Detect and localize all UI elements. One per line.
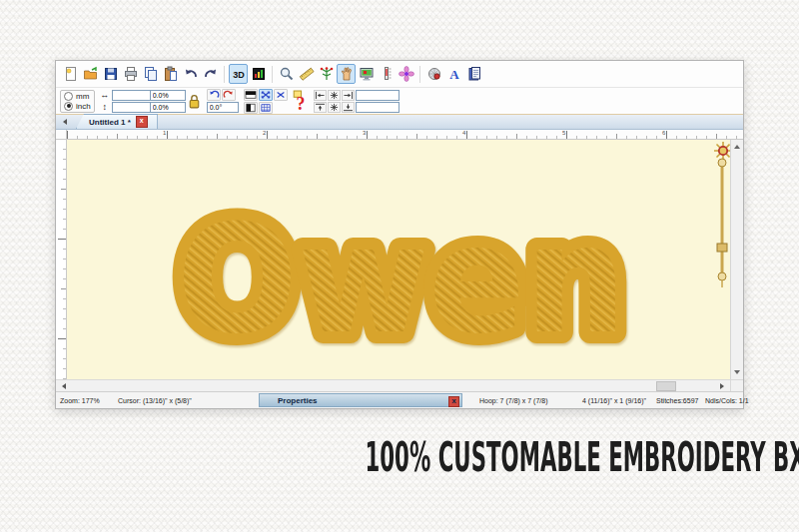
width-input[interactable] — [112, 90, 152, 101]
toolbar-separator — [272, 66, 273, 83]
design-canvas[interactable]: Owen N — [67, 140, 730, 379]
angle-input[interactable] — [207, 102, 239, 113]
stitch-chart-icon — [251, 66, 267, 82]
ruler-number: 2 — [263, 130, 266, 136]
lettering-button[interactable]: A — [444, 64, 463, 84]
design-web-icon — [426, 66, 442, 82]
grid-toggle-button[interactable] — [259, 102, 273, 114]
main-toolbar: 3DA — [56, 61, 743, 88]
tab-untitled-1[interactable]: Untitled 1 * x — [76, 114, 158, 129]
align-top-icon — [315, 103, 326, 112]
hand-pan-icon — [339, 66, 355, 82]
new-document-button[interactable] — [61, 64, 80, 84]
align-v-input[interactable] — [356, 102, 400, 113]
hand-pan-button[interactable] — [337, 64, 356, 84]
units-group: mminch — [60, 90, 95, 113]
rotate-right-button[interactable] — [222, 89, 236, 101]
tab-scroll-left-button[interactable] — [56, 115, 70, 129]
save-icon — [103, 66, 119, 82]
lock-aspect-button[interactable] — [187, 93, 202, 110]
align-right-icon — [343, 91, 354, 100]
stitch-chart-button[interactable] — [249, 64, 268, 84]
align-top-button[interactable] — [314, 102, 327, 113]
scale-group: ↔ ↕ — [100, 90, 182, 113]
ruler-scale: 123456 — [67, 130, 743, 139]
scroll-thumb[interactable] — [656, 381, 676, 391]
scroll-right-icon — [720, 383, 727, 389]
ruler-corner — [56, 130, 67, 139]
svg-text:?: ? — [296, 93, 305, 112]
status-zoom: Zoom: 177% — [60, 397, 100, 404]
copy-button[interactable] — [141, 64, 160, 84]
properties-close-button[interactable]: x — [448, 396, 459, 407]
floral-icon — [399, 66, 414, 82]
slider-handle[interactable] — [717, 244, 727, 252]
height-percent-input[interactable] — [150, 102, 186, 113]
monitor-button[interactable] — [357, 64, 376, 84]
align-center-v-button[interactable] — [328, 102, 341, 113]
status-stitches: Stitches:6597 — [656, 397, 698, 404]
fit-hoop-icon — [275, 90, 287, 100]
density-icon — [319, 66, 335, 82]
floral-button[interactable] — [397, 64, 415, 84]
scroll-track[interactable] — [69, 380, 717, 391]
copy-icon — [143, 66, 159, 82]
open-folder-button[interactable] — [81, 64, 100, 84]
scroll-left-button[interactable] — [56, 380, 69, 391]
lettering-icon: A — [446, 66, 462, 82]
save-button[interactable] — [101, 64, 120, 84]
redo-button[interactable] — [201, 64, 220, 84]
design-web-button[interactable] — [424, 64, 443, 84]
status-size: 4 (11/16)" x 1 (9/16)" — [582, 397, 646, 404]
unit-mm-radio[interactable]: mm — [64, 92, 91, 101]
sequence-view-icon — [245, 90, 257, 100]
density-button[interactable] — [317, 64, 336, 84]
align-center-h-button[interactable] — [328, 90, 341, 101]
unit-inch-radio[interactable]: inch — [64, 102, 91, 111]
align-h-input[interactable] — [356, 90, 400, 101]
app-window: 3DA mminch ↔ ↕ — [55, 60, 744, 409]
scroll-right-button[interactable] — [717, 380, 730, 391]
horizontal-scrollbar[interactable] — [56, 379, 743, 391]
zoom-icon — [279, 66, 295, 82]
width-percent-input[interactable] — [150, 90, 186, 101]
center-design-button[interactable] — [259, 89, 273, 101]
measure-icon — [299, 66, 315, 82]
zoom-button[interactable] — [277, 64, 296, 84]
tab-bar: Untitled 1 * x — [56, 115, 743, 130]
align-left-button[interactable] — [314, 90, 327, 101]
align-right-button[interactable] — [342, 90, 355, 101]
help-button[interactable]: ? — [293, 89, 309, 113]
embroidery-design[interactable]: Owen — [67, 140, 730, 379]
measure-button[interactable] — [297, 64, 316, 84]
design-text-owen[interactable]: Owen — [177, 193, 626, 366]
threed-view-button[interactable]: 3D — [229, 64, 248, 84]
monitor-icon — [359, 66, 375, 82]
scale-slider[interactable] — [714, 156, 730, 289]
ruler-number: 6 — [662, 130, 665, 136]
threed-view-icon: 3D — [231, 66, 247, 82]
contrast-view-button[interactable] — [244, 102, 258, 114]
align-bottom-button[interactable] — [342, 102, 355, 113]
paste-button[interactable] — [161, 64, 180, 84]
properties-toolbar: mminch ↔ ↕ — [56, 88, 743, 115]
gauge-icon — [379, 66, 395, 82]
gauge-button[interactable] — [377, 64, 396, 84]
undo-button[interactable] — [181, 64, 200, 84]
rotate-left-button[interactable] — [207, 89, 221, 101]
scroll-up-icon[interactable] — [734, 142, 740, 149]
sequence-view-button[interactable] — [244, 89, 258, 101]
scroll-left-icon — [59, 383, 66, 389]
scroll-down-icon[interactable] — [734, 370, 740, 377]
height-input[interactable] — [112, 102, 152, 113]
vertical-scrollbar[interactable] — [730, 140, 743, 379]
ruler-number: 4 — [462, 130, 465, 136]
align-center-h-icon — [329, 91, 340, 100]
tab-close-button[interactable]: x — [136, 116, 148, 128]
fit-hoop-button[interactable] — [274, 89, 288, 101]
notes-button[interactable] — [464, 64, 483, 84]
chevron-left-icon — [60, 119, 67, 125]
properties-panel-header[interactable]: Properties x — [259, 393, 462, 407]
print-button[interactable] — [121, 64, 140, 84]
ruler-number: 3 — [363, 130, 366, 136]
